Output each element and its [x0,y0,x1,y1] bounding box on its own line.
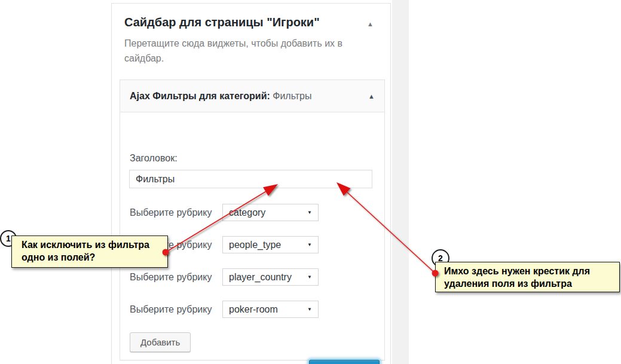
rubric-select-value: category [229,207,265,218]
dropdown-caret-icon: ▼ [307,307,312,312]
rubric-select-value: player_country [229,272,292,283]
save-button[interactable]: Сохранить [309,360,380,364]
rubric-select[interactable]: poker-room ▼ [222,301,319,318]
sidebar-collapse-icon[interactable]: ▲ [367,20,374,27]
title-field-label: Заголовок: [130,153,178,164]
widget-box: Ajax Фильтры для категорий: Фильтры ▲ За… [120,79,385,360]
widget-header[interactable]: Ajax Фильтры для категорий: Фильтры ▲ [120,80,384,112]
widget-collapse-icon[interactable]: ▲ [368,93,375,100]
widget-title-suffix: Фильтры [273,91,311,101]
rubric-select-value: people_type [229,240,281,250]
rubric-row: Выберите рубрику category ▼ [130,203,319,222]
rubric-select[interactable]: player_country ▼ [222,268,319,286]
widget-title: Ajax Фильтры для категорий: Фильтры [130,91,312,102]
widget-footer: Удалить|Закрыть Сохранить [130,359,380,364]
widget-title-input[interactable] [129,170,372,188]
rubric-select-value: poker-room [229,304,278,315]
page: Сайдбар для страницы "Игроки" ▲ Перетащи… [0,0,621,364]
dropdown-caret-icon: ▼ [307,274,312,280]
rubric-label: Выберите рубрику [130,207,222,218]
rubric-select[interactable]: people_type ▼ [222,236,319,253]
annotation-note: Как исключить из фильтра одно из полей? [11,235,168,268]
rubric-select[interactable]: category ▼ [222,204,319,221]
dropdown-caret-icon: ▼ [307,242,312,247]
annotation-note: Имхо здесь нужен крестик для удаления по… [435,262,620,292]
rubric-row: Выберите рубрику player_country ▼ [130,268,319,286]
sidebar-description: Перетащите сюда виджеты, чтобы добавить … [124,36,366,66]
sidebar-title: Сайдбар для страницы "Игроки" [124,16,320,29]
add-button[interactable]: Добавить [130,332,191,352]
admin-background-strip [392,0,409,364]
sidebar-panel: Сайдбар для страницы "Игроки" ▲ Перетащи… [111,3,391,364]
rubric-row: Выберите рубрику poker-room ▼ [130,300,319,319]
dropdown-caret-icon: ▼ [307,210,312,215]
rubric-label: Выберите рубрику [130,272,222,283]
rubric-label: Выберите рубрику [130,304,222,315]
widget-title-name: Ajax Фильтры для категорий: [130,91,270,101]
